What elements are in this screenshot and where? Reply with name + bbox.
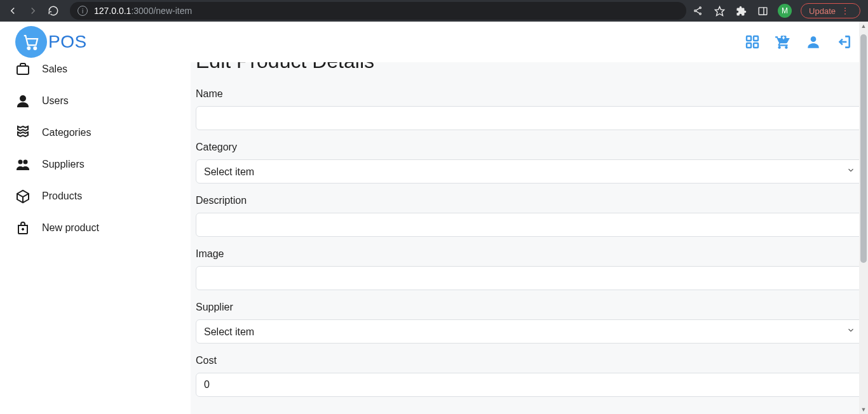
url-text: 127.0.0.1:3000/new-item bbox=[94, 6, 192, 16]
grid-apps-icon[interactable] bbox=[743, 33, 761, 51]
label-category: Category bbox=[196, 142, 863, 153]
scroll-thumb[interactable] bbox=[860, 34, 867, 263]
svg-rect-10 bbox=[747, 43, 751, 48]
svg-point-16 bbox=[18, 160, 23, 164]
svg-rect-14 bbox=[17, 66, 29, 74]
svg-rect-9 bbox=[754, 36, 758, 41]
browser-right-icons: M Update ⋮ bbox=[691, 3, 863, 18]
panel-icon[interactable] bbox=[756, 4, 769, 17]
svg-point-0 bbox=[700, 7, 702, 9]
scroll-down-icon[interactable]: ▼ bbox=[859, 405, 868, 414]
forward-button[interactable] bbox=[25, 3, 41, 18]
label-supplier: Supplier bbox=[196, 302, 863, 313]
main-content: Edit Product Details Name Category Selec… bbox=[191, 62, 868, 414]
page-title: Edit Product Details bbox=[196, 62, 863, 73]
url-host: 127.0.0.1 bbox=[94, 6, 131, 16]
sidebar-item-categories[interactable]: Categories bbox=[15, 117, 175, 149]
user-icon[interactable] bbox=[804, 33, 822, 51]
svg-point-6 bbox=[27, 47, 30, 50]
extensions-icon[interactable] bbox=[735, 4, 747, 17]
reload-button[interactable] bbox=[46, 3, 61, 18]
sidebar-item-users[interactable]: Users bbox=[15, 85, 175, 117]
form-group-cost: Cost bbox=[196, 355, 863, 397]
app: POS Sales Users bbox=[0, 22, 868, 414]
header-icons bbox=[743, 33, 853, 51]
svg-rect-4 bbox=[759, 7, 767, 14]
sidebar: Sales Users Categories Suppliers Product… bbox=[0, 62, 191, 414]
sidebar-item-label: Products bbox=[42, 190, 82, 202]
svg-marker-3 bbox=[715, 6, 724, 15]
app-body: Sales Users Categories Suppliers Product… bbox=[0, 62, 868, 414]
url-path: :3000/new-item bbox=[131, 6, 192, 16]
update-button[interactable]: Update ⋮ bbox=[801, 3, 860, 18]
page-scrollbar[interactable]: ▲ ▼ bbox=[859, 22, 868, 414]
kebab-icon: ⋮ bbox=[841, 6, 850, 16]
share-icon[interactable] bbox=[691, 4, 704, 17]
sidebar-item-suppliers[interactable]: Suppliers bbox=[15, 149, 175, 180]
site-info-icon[interactable]: i bbox=[78, 6, 88, 16]
input-image[interactable] bbox=[196, 266, 863, 290]
label-cost: Cost bbox=[196, 355, 863, 366]
svg-point-17 bbox=[24, 160, 28, 164]
label-description: Description bbox=[196, 195, 863, 206]
scroll-up-icon[interactable]: ▲ bbox=[859, 22, 868, 30]
logout-icon[interactable] bbox=[835, 33, 853, 51]
sidebar-item-new-product[interactable]: New product bbox=[15, 212, 175, 244]
sidebar-item-label: Suppliers bbox=[42, 159, 85, 170]
form-group-image: Image bbox=[196, 248, 863, 290]
form-group-supplier: Supplier Select item bbox=[196, 302, 863, 344]
form-group-description: Description bbox=[196, 195, 863, 237]
brand-text: POS bbox=[48, 32, 87, 52]
profile-avatar[interactable]: M bbox=[778, 4, 792, 18]
back-button[interactable] bbox=[5, 3, 20, 18]
label-name: Name bbox=[196, 88, 863, 100]
form-group-name: Name bbox=[196, 88, 863, 130]
input-description[interactable] bbox=[196, 213, 863, 237]
sidebar-item-label: Categories bbox=[42, 127, 91, 138]
app-header: POS bbox=[0, 22, 868, 62]
cart-logo-icon bbox=[15, 26, 47, 58]
url-bar[interactable]: i 127.0.0.1:3000/new-item bbox=[70, 2, 686, 20]
svg-point-15 bbox=[20, 95, 26, 102]
browser-toolbar: i 127.0.0.1:3000/new-item M Update ⋮ bbox=[0, 0, 868, 22]
svg-point-1 bbox=[695, 10, 696, 12]
input-cost[interactable] bbox=[196, 373, 863, 397]
select-supplier[interactable]: Select item bbox=[196, 319, 863, 344]
svg-point-2 bbox=[700, 13, 702, 15]
svg-rect-8 bbox=[747, 36, 751, 41]
star-icon[interactable] bbox=[713, 4, 726, 17]
input-name[interactable] bbox=[196, 106, 863, 130]
sidebar-item-products[interactable]: Products bbox=[15, 180, 175, 212]
sidebar-item-label: New product bbox=[42, 222, 99, 234]
svg-rect-11 bbox=[754, 43, 758, 48]
sidebar-item-label: Sales bbox=[42, 63, 67, 75]
label-image: Image bbox=[196, 248, 863, 260]
svg-point-7 bbox=[34, 47, 36, 50]
svg-point-13 bbox=[811, 36, 817, 42]
sidebar-item-label: Users bbox=[42, 95, 69, 107]
update-label: Update bbox=[809, 6, 836, 16]
brand-logo[interactable]: POS bbox=[15, 26, 87, 58]
add-to-cart-icon[interactable] bbox=[774, 33, 792, 51]
sidebar-item-sales[interactable]: Sales bbox=[15, 62, 175, 85]
select-category[interactable]: Select item bbox=[196, 159, 863, 184]
form-group-category: Category Select item bbox=[196, 142, 863, 184]
